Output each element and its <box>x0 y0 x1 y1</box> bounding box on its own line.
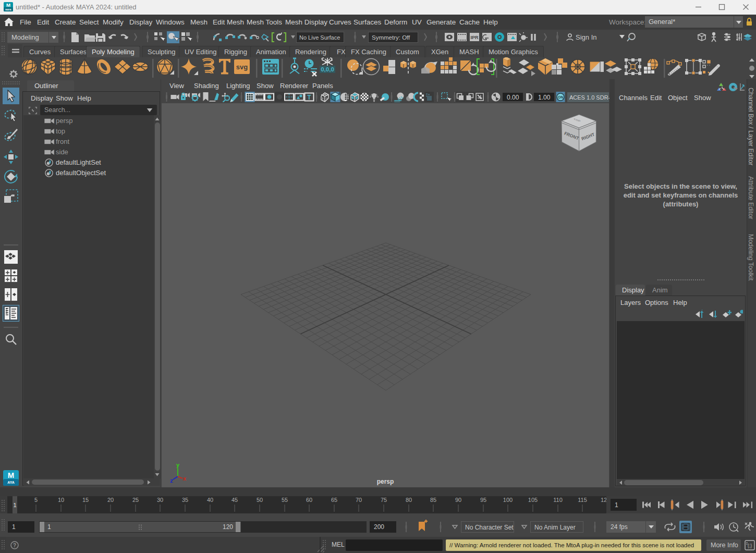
svg-text:90: 90 <box>455 497 461 503</box>
svg-text:110: 110 <box>553 497 563 503</box>
svg-text:0,0,0: 0,0,0 <box>321 66 334 72</box>
svg-text:Modeling Toolkit: Modeling Toolkit <box>747 234 754 281</box>
svg-text:25: 25 <box>132 497 139 503</box>
svg-text:30: 30 <box>157 497 163 503</box>
svg-text:100: 100 <box>503 497 513 503</box>
svg-text:svg: svg <box>236 63 248 71</box>
svg-text:5: 5 <box>34 497 38 503</box>
svg-text:105: 105 <box>528 497 538 503</box>
svg-text:70: 70 <box>356 497 362 503</box>
svg-text:65: 65 <box>331 497 337 503</box>
svg-text:10: 10 <box>58 497 64 503</box>
svg-text:IPR: IPR <box>470 35 479 40</box>
svg-text:35: 35 <box>182 497 188 503</box>
svg-text:0.00: 0.00 <box>507 94 519 101</box>
svg-text:15: 15 <box>82 497 89 503</box>
svg-text:50: 50 <box>257 497 263 503</box>
svg-text:ACES 1.0 SDR-v: ACES 1.0 SDR-v <box>569 94 609 101</box>
svg-text:95: 95 <box>480 497 486 503</box>
svg-text:115: 115 <box>578 497 587 503</box>
svg-text:Channel Box / Layer Editor: Channel Box / Layer Editor <box>747 88 754 165</box>
svg-text:45: 45 <box>231 497 238 503</box>
svg-text:ON: ON <box>558 95 564 99</box>
svg-text:{;}: {;} <box>748 543 752 548</box>
svg-text:80: 80 <box>406 497 412 503</box>
svg-text:M: M <box>6 2 10 8</box>
svg-text:MAYA: MAYA <box>5 8 11 11</box>
svg-text:AYA: AYA <box>7 481 15 484</box>
svg-text:M: M <box>8 471 15 480</box>
svg-text:85: 85 <box>430 497 436 503</box>
svg-text:y: y <box>176 463 180 468</box>
svg-text:40: 40 <box>207 497 213 503</box>
svg-text:20: 20 <box>107 497 114 503</box>
svg-text:T: T <box>307 94 311 101</box>
svg-text:55: 55 <box>282 497 288 503</box>
svg-text:?: ? <box>13 543 16 548</box>
svg-text:Attribute Editor: Attribute Editor <box>747 176 754 219</box>
svg-text:1.00: 1.00 <box>538 94 551 101</box>
svg-text:12: 12 <box>601 497 606 503</box>
svg-text:75: 75 <box>381 497 387 503</box>
svg-text:60: 60 <box>306 497 312 503</box>
